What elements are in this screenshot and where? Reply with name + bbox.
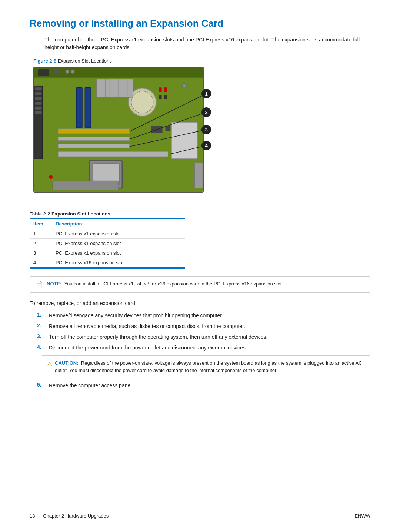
svg-point-7 <box>131 91 153 113</box>
table-title: Table 2-2 Expansion Slot Locations <box>30 211 185 219</box>
figure-label-bold: Figure 2-8 <box>33 58 56 64</box>
step-num: 3. <box>37 333 44 339</box>
svg-point-40 <box>49 175 53 179</box>
step-text: Turn off the computer properly through t… <box>49 333 267 341</box>
table-footer <box>30 268 185 269</box>
table-row: 4PCI Express x16 expansion slot <box>30 258 185 268</box>
footer-chapter: Chapter 2 Hardware Upgrades <box>43 513 109 519</box>
col-item-header: Item <box>30 219 52 229</box>
callout-4: 4 <box>201 141 211 150</box>
cell-description: PCI Express x1 expansion slot <box>52 239 185 248</box>
svg-rect-34 <box>159 95 162 99</box>
svg-rect-39 <box>53 181 119 190</box>
table-row: 2PCI Express x1 expansion slot <box>30 239 185 248</box>
intro-text: The computer has three PCI Express x1 ex… <box>44 36 370 51</box>
step-text: Remove/disengage any security devices th… <box>49 312 223 319</box>
svg-rect-37 <box>165 126 170 131</box>
cell-item: 4 <box>30 258 52 268</box>
step-5-item: 5. Remove the computer access panel. <box>30 382 370 389</box>
svg-rect-27 <box>35 107 42 110</box>
svg-rect-32 <box>159 87 162 92</box>
step-5-list: 5. Remove the computer access panel. <box>30 382 370 389</box>
footer-left: 18 Chapter 2 Hardware Upgrades <box>30 513 109 519</box>
svg-rect-19 <box>58 137 130 141</box>
svg-rect-23 <box>35 87 42 90</box>
note-icon: 📄 <box>35 281 43 289</box>
page-title: Removing or Installing an Expansion Card <box>30 18 370 29</box>
step-item: 3.Turn off the computer properly through… <box>30 333 370 341</box>
cell-description: PCI Express x1 expansion slot <box>52 229 185 239</box>
svg-rect-17 <box>85 87 91 128</box>
svg-rect-26 <box>35 102 42 105</box>
step-num: 4. <box>37 344 44 350</box>
step-list: 1.Remove/disengage any security devices … <box>30 312 370 352</box>
svg-rect-16 <box>76 87 82 128</box>
svg-rect-38 <box>195 163 203 188</box>
table-row: 3PCI Express x1 expansion slot <box>30 248 185 258</box>
callout-3: 3 <box>201 125 211 134</box>
svg-rect-8 <box>97 79 133 97</box>
svg-rect-22 <box>34 86 43 159</box>
caution-body: Regardless of the power-on state, voltag… <box>55 360 362 373</box>
step-num: 1. <box>37 312 44 318</box>
note-body: You can install a PCI Express x1, x4, x8… <box>64 281 283 287</box>
step-item: 1.Remove/disengage any security devices … <box>30 312 370 319</box>
note-text: NOTE: You can install a PCI Express x1, … <box>47 280 283 288</box>
svg-rect-33 <box>164 87 167 92</box>
table-title-text: Expansion Slot Locations <box>50 211 110 217</box>
svg-rect-25 <box>35 97 42 100</box>
page-footer: 18 Chapter 2 Hardware Upgrades ENWW <box>30 513 370 519</box>
motherboard-figure: 1 2 3 4 <box>33 67 226 200</box>
cell-description: PCI Express x1 expansion slot <box>52 248 185 258</box>
caution-label: CAUTION: <box>55 360 79 366</box>
cell-item: 1 <box>30 229 52 239</box>
steps-intro: To remove, replace, or add an expansion … <box>30 300 370 307</box>
svg-rect-28 <box>35 111 42 114</box>
svg-point-4 <box>66 70 69 74</box>
table-header-row: Item Description <box>30 219 185 229</box>
svg-rect-35 <box>164 95 167 99</box>
cell-item: 2 <box>30 239 52 248</box>
caution-text: CAUTION: Regardless of the power-on stat… <box>55 359 365 374</box>
svg-rect-20 <box>58 144 130 148</box>
note-box: 📄 NOTE: You can install a PCI Express x1… <box>30 276 370 293</box>
svg-rect-31 <box>171 122 197 159</box>
svg-rect-18 <box>58 129 130 134</box>
svg-rect-2 <box>38 69 49 76</box>
caution-box: △ CAUTION: Regardless of the power-on st… <box>42 355 370 378</box>
expansion-slot-table: Table 2-2 Expansion Slot Locations Item … <box>30 211 185 269</box>
svg-rect-3 <box>53 69 60 73</box>
svg-point-5 <box>71 70 75 74</box>
table: Item Description 1PCI Express x1 expansi… <box>30 219 185 269</box>
caution-triangle-icon: △ <box>47 360 52 367</box>
step-item: 4.Disconnect the power cord from the pow… <box>30 344 370 352</box>
motherboard-svg <box>33 67 204 193</box>
step-text: Disconnect the power cord from the power… <box>49 344 247 352</box>
step-5-text: Remove the computer access panel. <box>49 382 133 389</box>
step-num: 2. <box>37 322 44 328</box>
callout-2: 2 <box>201 107 211 117</box>
table-title-bold: Table 2-2 <box>30 211 50 217</box>
cell-item: 3 <box>30 248 52 258</box>
note-label: NOTE: <box>47 281 61 287</box>
step-item: 2.Remove all removable media, such as di… <box>30 322 370 330</box>
footer-right: ENWW <box>354 513 370 519</box>
svg-rect-21 <box>58 151 168 157</box>
callout-1: 1 <box>201 89 211 98</box>
cell-description: PCI Express x16 expansion slot <box>52 258 185 268</box>
svg-rect-36 <box>151 126 163 133</box>
table-row: 1PCI Express x1 expansion slot <box>30 229 185 239</box>
footer-page: 18 <box>30 513 35 519</box>
figure-label-text: Expansion Slot Locations <box>56 58 112 64</box>
step-5-num: 5. <box>37 382 44 388</box>
step-text: Remove all removable media, such as disk… <box>49 322 245 330</box>
svg-rect-24 <box>35 92 42 95</box>
figure-label: Figure 2-8 Expansion Slot Locations <box>33 58 370 64</box>
svg-point-41 <box>182 83 187 88</box>
col-desc-header: Description <box>52 219 185 229</box>
